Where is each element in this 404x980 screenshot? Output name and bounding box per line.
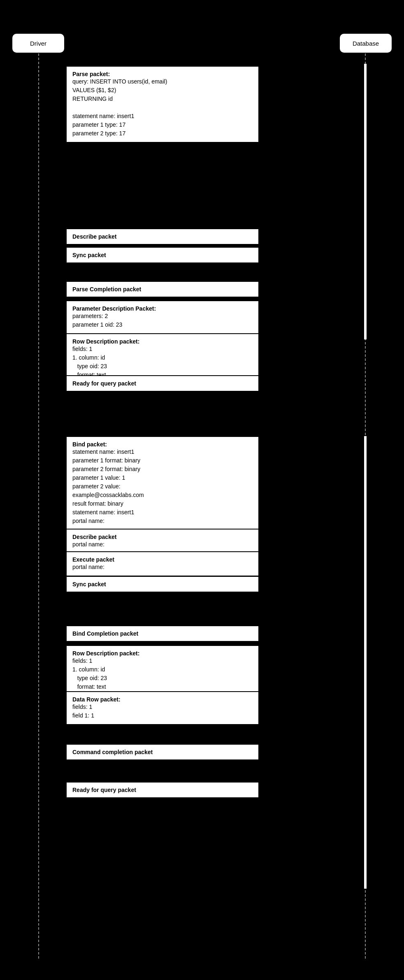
row-desc-2-content: fields: 1 1. column: id type oid: 23 for… [72, 657, 253, 691]
row-description-packet-2: Row Description packet: fields: 1 1. col… [66, 645, 259, 696]
ready-for-query-2: Ready for query packet [66, 782, 259, 798]
data-row-title: Data Row packet: [72, 696, 253, 703]
describe-packet-2-content: portal name: [72, 540, 253, 549]
param-desc-title: Parameter Description Packet: [72, 305, 253, 312]
bind-completion-packet: Bind Completion packet [66, 625, 259, 642]
command-completion-packet: Command completion packet [66, 744, 259, 760]
param-desc-content: parameters: 2 parameter 1 oid: 23 [72, 312, 253, 329]
bind-packet: Bind packet: statement name: insert1 par… [66, 436, 259, 530]
driver-label: Driver [30, 40, 46, 47]
bind-packet-content: statement name: insert1 parameter 1 form… [72, 448, 253, 525]
ready-query-2-title: Ready for query packet [72, 787, 253, 793]
data-row-content: fields: 1 field 1: 1 [72, 703, 253, 720]
bind-completion-title: Bind Completion packet [72, 630, 253, 637]
parse-completion-packet: Parse Completion packet [66, 281, 259, 297]
parse-packet-content: query: INSERT INTO users(id, email) VALU… [72, 77, 253, 138]
database-active-segment-2 [364, 436, 367, 889]
describe-packet-2-title: Describe packet [72, 534, 253, 540]
parse-packet: Parse packet: query: INSERT INTO users(i… [66, 66, 259, 143]
describe-packet-1-title: Describe packet [72, 233, 253, 240]
database-box: Database [339, 33, 392, 53]
row-desc-1-title: Row Description packet: [72, 338, 253, 345]
parse-packet-title: Parse packet: [72, 71, 253, 77]
ready-for-query-1: Ready for query packet [66, 375, 259, 392]
execute-packet-title: Execute packet [72, 556, 253, 563]
describe-packet-1: Describe packet [66, 228, 259, 245]
bind-packet-title: Bind packet: [72, 441, 253, 448]
driver-box: Driver [12, 33, 65, 53]
sync-packet-2: Sync packet [66, 576, 259, 592]
describe-packet-2: Describe packet portal name: [66, 529, 259, 554]
database-active-segment-1 [364, 64, 367, 339]
sync-packet-1: Sync packet [66, 247, 259, 263]
sync-packet-2-title: Sync packet [72, 581, 253, 588]
ready-query-1-title: Ready for query packet [72, 380, 253, 387]
data-row-packet: Data Row packet: fields: 1 field 1: 1 [66, 691, 259, 725]
diagram-container: Driver Database Parse packet: query: INS… [0, 0, 404, 980]
execute-packet: Execute packet portal name: [66, 551, 259, 576]
row-desc-1-content: fields: 1 1. column: id type oid: 23 for… [72, 345, 253, 379]
command-completion-title: Command completion packet [72, 749, 253, 755]
sync-packet-1-title: Sync packet [72, 252, 253, 258]
parse-completion-title: Parse Completion packet [72, 286, 253, 293]
parameter-description-packet: Parameter Description Packet: parameters… [66, 300, 259, 334]
database-label: Database [353, 40, 379, 47]
row-desc-2-title: Row Description packet: [72, 650, 253, 657]
execute-packet-content: portal name: [72, 563, 253, 571]
driver-lifeline [38, 53, 39, 959]
